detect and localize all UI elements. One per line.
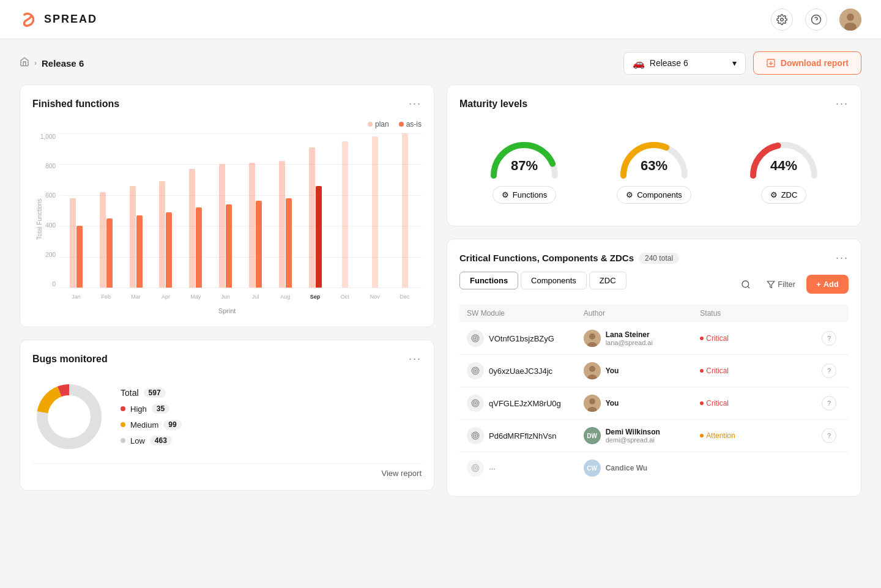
bar-group-aug: [271, 133, 300, 288]
functions-gauge-icon: ⚙: [502, 190, 509, 199]
left-column: Finished functions ··· plan as-is 0 200 …: [20, 84, 434, 497]
author-name: Demi Wilkinson: [606, 428, 660, 436]
download-report-button[interactable]: Download report: [753, 51, 861, 75]
row-help-button[interactable]: ?: [822, 428, 836, 443]
col-sw-module: SW Module: [467, 309, 584, 318]
author-cell: You: [584, 362, 701, 379]
status-dot: [700, 401, 704, 405]
chevron-down-icon: ▾: [732, 58, 737, 68]
filter-icon: [767, 280, 775, 289]
maturity-levels-more-button[interactable]: ···: [836, 97, 849, 110]
gauges-container: 87% ⚙ Functions 63%: [459, 120, 849, 214]
bar-actual: [76, 226, 83, 288]
table-row: 0y6xzUaeJC3J4jc You Critical: [459, 355, 849, 387]
home-icon[interactable]: [20, 57, 29, 69]
module-name: qVFGLEJzXM8rU0g: [489, 399, 561, 408]
breadcrumb-separator: ›: [34, 59, 37, 67]
right-column: Maturity levels ··· 87% ⚙ Functions: [447, 84, 861, 497]
svg-point-4: [847, 13, 854, 21]
cf-table: SW Module Author Status VOtnfG1bsjzBZyG: [459, 304, 849, 484]
status-cell: Critical: [700, 334, 817, 343]
download-label: Download report: [781, 58, 849, 68]
module-cell: Pd6dMRFflzNhVsn: [467, 427, 584, 444]
target-icon: [471, 367, 480, 375]
critical-functions-title: Critical Functions, Components & ZDCs: [459, 253, 634, 263]
high-dot: [121, 406, 125, 411]
gauge-components-button[interactable]: ⚙ Components: [617, 186, 691, 204]
low-count: 463: [150, 436, 172, 445]
svg-point-17: [475, 338, 476, 339]
cf-filter-button[interactable]: Filter: [760, 276, 801, 292]
bugs-monitored-more-button[interactable]: ···: [409, 352, 422, 365]
svg-point-34: [474, 434, 478, 438]
settings-button[interactable]: [771, 9, 793, 31]
module-cell: ···: [467, 460, 584, 477]
module-name: ···: [489, 464, 496, 473]
logo-text: SPREAD: [44, 13, 97, 26]
cf-search-button[interactable]: [736, 275, 756, 294]
critical-functions-card: Critical Functions, Components & ZDCs 24…: [447, 239, 861, 497]
maturity-levels-header: Maturity levels ···: [459, 97, 849, 110]
critical-functions-header: Critical Functions, Components & ZDCs 24…: [459, 251, 849, 264]
gauge-components-value: 63%: [641, 158, 667, 174]
table-row: qVFGLEJzXM8rU0g You Critical: [459, 387, 849, 420]
bugs-legend: Total 597 High 35 Medium 99: [121, 388, 182, 445]
tab-functions[interactable]: Functions: [459, 272, 518, 289]
svg-point-16: [474, 337, 478, 341]
critical-functions-more-button[interactable]: ···: [836, 251, 849, 264]
maturity-levels-card: Maturity levels ··· 87% ⚙ Functions: [447, 84, 861, 226]
author-avatar: [584, 395, 601, 412]
action-cell: ?: [817, 428, 841, 443]
release-dropdown[interactable]: 🚗 Release 6 ▾: [623, 52, 746, 75]
author-name: You: [606, 399, 619, 408]
gauge-components: 63% ⚙ Components: [614, 130, 694, 204]
bug-row-high: High 35: [121, 404, 182, 414]
release-dropdown-label: Release 6: [650, 58, 688, 68]
svg-point-29: [475, 403, 476, 404]
header: SPREAD: [0, 0, 881, 39]
svg-point-31: [589, 398, 595, 404]
user-avatar[interactable]: [839, 9, 861, 31]
author-avatar: [584, 362, 601, 379]
row-help-button[interactable]: ?: [822, 331, 836, 346]
status-cell: Critical: [700, 399, 817, 408]
cf-actions: Filter + Add: [736, 275, 849, 294]
breadcrumb-current: Release 6: [42, 58, 84, 69]
bar-group-sep: [301, 133, 330, 288]
add-label: Add: [823, 280, 839, 289]
table-row: ··· CW Candice Wu: [459, 452, 849, 484]
gauge-functions-value: 87%: [511, 158, 538, 174]
tab-zdc[interactable]: ZDC: [589, 272, 626, 289]
status-cell: Critical: [700, 367, 817, 375]
status-cell: Attention: [700, 431, 817, 440]
legend-asis: as-is: [399, 120, 422, 128]
finished-functions-more-button[interactable]: ···: [409, 97, 422, 110]
low-dot: [121, 438, 125, 443]
row-help-button[interactable]: ?: [822, 363, 836, 378]
svg-point-38: [475, 467, 476, 469]
logo-icon: [20, 10, 39, 29]
module-name: Pd6dMRFflzNhVsn: [489, 431, 557, 441]
svg-point-28: [474, 401, 478, 406]
tab-components[interactable]: Components: [521, 272, 587, 289]
view-report-link[interactable]: View report: [32, 463, 422, 478]
action-cell: ?: [817, 363, 841, 378]
x-axis: Jan Feb Mar Apr May Jun Jul Aug Sep Oct …: [59, 294, 422, 300]
target-icon: [471, 399, 480, 408]
row-help-button[interactable]: ?: [822, 396, 836, 411]
bugs-donut-chart: [32, 380, 106, 453]
gauge-functions-button[interactable]: ⚙ Functions: [493, 186, 556, 204]
col-author: Author: [584, 309, 701, 318]
chart-body: 0 200 400 600 800 1,000: [32, 133, 422, 305]
svg-point-23: [475, 370, 476, 371]
help-button[interactable]: [805, 9, 827, 31]
cf-controls: Functions Components ZDC Filter + Add: [459, 272, 849, 297]
bar-group-feb: [92, 133, 121, 288]
header-right: [771, 9, 861, 31]
donut-svg: [32, 380, 106, 453]
cf-add-button[interactable]: + Add: [806, 275, 849, 294]
author-cell: CW Candice Wu: [584, 460, 701, 477]
gauge-zdc-button[interactable]: ⚙ ZDC: [761, 186, 807, 204]
bar-group-oct: [330, 133, 359, 288]
svg-point-19: [589, 333, 595, 340]
